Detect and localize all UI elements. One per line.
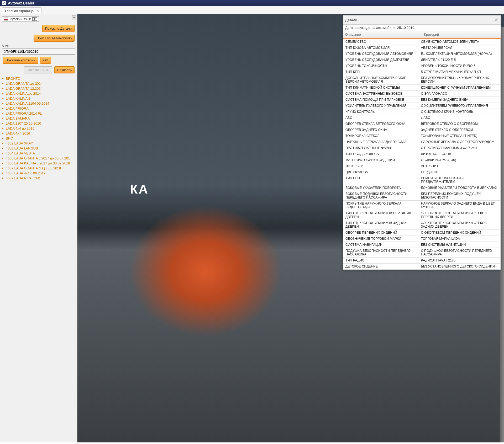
cell-criterion: АНТРАЦИТ bbox=[419, 163, 500, 169]
cell-criterion: С ПРОТИВОТУМАННЫМИ ФАРАМИ bbox=[419, 145, 500, 151]
tree-item[interactable]: 4609 LADA NIVA (GM) bbox=[2, 176, 75, 181]
tree-item[interactable]: LADA GRANTA 12.2014 bbox=[2, 86, 75, 91]
search-by-part-button[interactable]: Поиск по Детали bbox=[42, 25, 75, 32]
cell-description: УСИЛИТЕЛЬ РУЛЕВОГО УПРАВЛЕНИЯ bbox=[343, 103, 419, 109]
table-row: ПОКРЫТИЕ НАРУЖНОГО ЗЕРКАЛА ЗАДНЕГО ВИДАН… bbox=[343, 201, 501, 210]
cell-description: ТИП ОБОДА КОЛЕСА bbox=[343, 151, 419, 157]
show-button[interactable]: Показать bbox=[54, 66, 75, 73]
tree-item[interactable]: ВИС bbox=[2, 136, 75, 141]
cell-description: ТОНИРОВКА СТЕКОЛ bbox=[343, 133, 419, 139]
cell-criterion: VESTA УНИВЕРСАЛ bbox=[419, 45, 500, 51]
cell-description: СИСТЕМА ПОМОЩИ ПРИ ПАРКОВКЕ bbox=[343, 97, 419, 103]
table-row: ТИП СТЕКЛОПОДЪЕМНИКОВ ЗАДНИХ ДВЕРЕЙЭЛЕКТ… bbox=[343, 220, 501, 230]
table-row: ДОПОЛНИТЕЛЬНЫЕ КОММЕРЧЕСКИЕ ВЕРСИИ АВТОМ… bbox=[343, 75, 501, 85]
chevron-down-icon[interactable]: ▼ bbox=[32, 17, 37, 21]
tree-item[interactable]: LADA PRIORA 2014 FL bbox=[2, 111, 75, 116]
table-row: УСИЛИТЕЛЬ РУЛЕВОГО УПРАВЛЕНИЯС УСИЛИТЕЛЕ… bbox=[343, 103, 501, 109]
tree-item[interactable]: 4607 LADA GRANTA (FL) с 08.2018 bbox=[2, 166, 75, 171]
table-row: КРУИЗ-КОНТРОЛЬС СИСТЕМОЙ КРУИЗ-КОНТРОЛЬ bbox=[343, 109, 501, 115]
table-row: ТИП КПП5-СТУПЕНЧАТАЯ МЕХАНИЧЕСКАЯ КП bbox=[343, 69, 501, 75]
table-row: ПРОТИВОТУМАННЫЕ ФАРЫС ПРОТИВОТУМАННЫМИ Ф… bbox=[343, 145, 501, 151]
col-criterion: Критерий bbox=[422, 31, 501, 38]
cell-description: НАРУЖНЫЕ ЗЕРКАЛА ЗАДНЕГО ВИДА bbox=[343, 139, 419, 145]
cell-description: ПРОТИВОТУМАННЫЕ ФАРЫ bbox=[343, 145, 419, 151]
main-area: КА Детали ✕ Дата производства автомобиля… bbox=[77, 14, 504, 442]
table-row: ТОНИРОВКА СТЕКОЛТОНИРОВАННЫЕ СТЕКЛА (TIN… bbox=[343, 133, 501, 139]
right-edge-decoration bbox=[500, 27, 504, 442]
cell-criterion: СЕРДОЛИК bbox=[419, 169, 500, 175]
tree-item[interactable]: LADA SAMARA bbox=[2, 116, 75, 121]
tree-item[interactable]: 4606 LADA KALINA с 2017 до 30.07.2018 bbox=[2, 161, 75, 166]
scroll-up-icon[interactable]: ▲ bbox=[72, 15, 76, 19]
cell-description: ТИП СТЕКЛОПОДЪЕМНИКОВ ЗАДНИХ ДВЕРЕЙ bbox=[343, 220, 419, 230]
tree-item[interactable]: 4605 LADA GRANTA с 2017 до 30.07.201 bbox=[2, 156, 75, 161]
tab-main[interactable]: Главная страница × bbox=[2, 7, 42, 14]
cell-criterion: КОНДИЦИОНЕР С РУЧНЫМ УПРАВЛЕНИЕМ bbox=[419, 85, 500, 91]
tree-item[interactable]: 4608 LADA 4x4 с 06.2019 bbox=[2, 171, 75, 176]
table-row: ПОДУШКА БЕЗОПАСНОСТИ ПЕРЕДНЕГО ПАССАЖИРА… bbox=[343, 248, 501, 258]
close-icon[interactable]: × bbox=[37, 9, 39, 13]
language-label: Русский язык bbox=[10, 17, 31, 21]
cell-criterion: С ОБОГРЕВОМ ПЕРЕДНИХ СИДЕНИЙ bbox=[419, 230, 500, 236]
tree-item[interactable]: LADA KALINA 2194 09.2014 bbox=[2, 101, 75, 106]
tree-item[interactable]: LADA 4X4 2016 bbox=[2, 131, 75, 136]
tree-item[interactable]: 4602 LADA XRAY bbox=[2, 141, 75, 146]
tree-item[interactable]: 4604 LADA VESTA bbox=[2, 151, 75, 156]
cell-criterion: Е1 КОМПЛЕКТАЦИЯ АВТОМОБИЛЯ (НОРМА) bbox=[419, 51, 500, 57]
tree-item[interactable]: LADA PRIORA bbox=[2, 106, 75, 111]
cell-description: ОБОГРЕВ СТЕКЛА ВЕТРОВОГО ОКНА bbox=[343, 121, 419, 127]
cell-description: ИНТЕРЬЕР bbox=[343, 163, 419, 169]
cell-description: ТИП РАДИО bbox=[343, 258, 419, 264]
tree-item[interactable]: BRONTO bbox=[2, 76, 75, 81]
close-icon[interactable]: ✕ bbox=[494, 17, 498, 23]
cell-description: ТИП КПП bbox=[343, 69, 419, 75]
table-row: ИНТЕРЬЕРАНТРАЦИТ bbox=[343, 163, 501, 169]
details-title: Детали bbox=[345, 18, 357, 22]
tab-label: Главная страница bbox=[5, 9, 34, 13]
cell-criterion: ДВИГАТЕЛЬ 21129 Е-5 bbox=[419, 57, 500, 63]
tree-item[interactable]: 4603 LADA LARGUS bbox=[2, 146, 75, 151]
tab-bar: Главная страница × bbox=[0, 6, 504, 14]
table-row: ТИП РБОРЕМНИ БЕЗОПАСНОСТИ С ПРЕДНАТЯЖИТЕ… bbox=[343, 175, 501, 185]
table-row: ТИП КЛИМАТИЧЕСКОЙ СИСТЕМЫКОНДИЦИОНЕР С Р… bbox=[343, 85, 501, 91]
tree-item[interactable]: LADA GRANTA до 2014 bbox=[2, 81, 75, 86]
cell-criterion: С СИСТЕМОЙ КРУИЗ-КОНТРОЛЬ bbox=[419, 109, 500, 115]
search-by-car-button[interactable]: Поиск по Автомобилю bbox=[34, 35, 75, 42]
tree-item[interactable]: LADA 4x4 до 2016 bbox=[2, 126, 75, 131]
cell-criterion: БОКОВЫЕ УКАЗАТЕЛИ ПОВОРОТА В ЗЕРКАЛАХ bbox=[419, 185, 500, 191]
cell-criterion: БЕЗ УСТАНОВЛЕННОГО ДЕТСКОГО СИДЕНИЯ bbox=[419, 264, 500, 270]
show-criteria-button[interactable]: Показать критерии bbox=[3, 57, 38, 64]
language-select[interactable]: Русский язык ▼ bbox=[2, 16, 39, 22]
cell-description: БОКОВЫЕ УКАЗАТЕЛИ ПОВОРОТА bbox=[343, 185, 419, 191]
cell-criterion: С ЭРА ГЛОНАСС bbox=[419, 91, 500, 97]
table-row: СИСТЕМА НАВИГАЦИИБЕЗ СИСТЕМЫ НАВИГАЦИИ bbox=[343, 242, 501, 248]
details-panel: Детали ✕ Дата производства автомобиля: 2… bbox=[343, 15, 501, 270]
tree-item[interactable]: LADA 2107 25.10.2010 bbox=[2, 121, 75, 126]
cell-description: ПОКРЫТИЕ НАРУЖНОГО ЗЕРКАЛА ЗАДНЕГО ВИДА bbox=[343, 201, 419, 210]
tree-item[interactable]: LADA KALINA 2 bbox=[2, 96, 75, 101]
cell-criterion: С ПОДУШКОЙ БЕЗОПАСНОСТИ ПЕРЕДНЕГО ПАССАЖ… bbox=[419, 248, 500, 258]
cell-description: ОБОГРЕВ ЗАДНЕГО ОКНА bbox=[343, 127, 419, 133]
vin-input[interactable] bbox=[2, 49, 75, 55]
table-row: АБСс АБС bbox=[343, 115, 501, 121]
cell-description: СЕМЕЙСТВО bbox=[343, 39, 419, 45]
table-row: СИСТЕМА ПОМОЩИ ПРИ ПАРКОВКЕБЕЗ КАМЕРЫ ЗА… bbox=[343, 97, 501, 103]
cell-criterion: РАДИОАППАРАТ 2180 bbox=[419, 258, 500, 264]
cell-criterion: с АБС bbox=[419, 115, 500, 121]
workspace: ▲ Русский язык ▼ Поиск по Детали Поиск п… bbox=[0, 14, 504, 442]
cell-description: АБС bbox=[343, 115, 419, 121]
cell-description: ОБОЗНАЧЕНИЕ ТОРГОВОЙ МАРКИ bbox=[343, 236, 419, 242]
table-row: ЦВЕТ КУЗОВАСЕРДОЛИК bbox=[343, 169, 501, 175]
cell-description: МАТЕРИАЛ ОБИВКИ СИДЕНИЙ bbox=[343, 157, 419, 163]
cell-description: КРУИЗ-КОНТРОЛЬ bbox=[343, 109, 419, 115]
table-row: МАТЕРИАЛ ОБИВКИ СИДЕНИЙОБИВКИ NORMA (F40… bbox=[343, 157, 501, 163]
vin-label: VIN: bbox=[2, 44, 75, 48]
cell-description: ДЕТСКОЕ СИДЕНИЕ bbox=[343, 264, 419, 270]
cell-description: УРОВЕНЬ ОБОРУДОВАНИЯ ДВИГАТЕЛЯ bbox=[343, 57, 419, 63]
cell-criterion: НАРУЖНОЕ ЗЕРКАЛО ЗАДНЕГО ВИДА В ЦВЕТ КУЗ… bbox=[419, 201, 500, 210]
details-table: СЕМЕЙСТВОСЕМЕЙСТВО АВТОМОБИЛЕЙ VESTAТИП … bbox=[343, 39, 501, 270]
table-row: ТИП СТЕКЛОПОДЪЕМНИКОВ ПЕРЕДНИХ ДВЕРЕЙЭЛЕ… bbox=[343, 210, 501, 220]
cell-description: ОБОГРЕВ ПЕРЕДНИХ СИДЕНИЙ bbox=[343, 230, 419, 236]
ok-button[interactable]: OK bbox=[40, 57, 51, 64]
tree-item[interactable]: LADA KALINA до 2014 bbox=[2, 91, 75, 96]
